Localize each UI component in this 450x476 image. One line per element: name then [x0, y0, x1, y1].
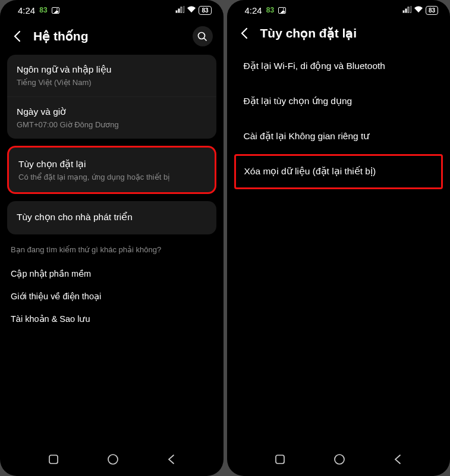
- status-bar: 4:24 83 83: [0, 0, 224, 20]
- wifi-icon: [187, 5, 196, 15]
- svg-point-4: [335, 455, 344, 464]
- signal-icon: [402, 5, 411, 15]
- picture-icon: [52, 7, 59, 14]
- back-button[interactable]: [11, 30, 24, 42]
- phone-screen-2: 4:24 83 83 Tùy chọn đặt lại Đặt lại Wi-F…: [227, 0, 451, 476]
- reset-option-erase-all[interactable]: Xóa mọi dữ liệu (đặt lại thiết bị): [234, 154, 443, 189]
- related-links: Cập nhật phần mềm Giới thiệu về điện tho…: [7, 262, 216, 330]
- nav-recents-icon[interactable]: [275, 454, 285, 467]
- navigation-bar: [227, 449, 451, 476]
- svg-rect-1: [49, 455, 58, 464]
- signal-icon: [175, 5, 184, 15]
- settings-group-1: Ngôn ngữ và nhập liệu Tiếng Việt (Việt N…: [7, 55, 216, 139]
- link-account-backup[interactable]: Tài khoản & Sao lưu: [7, 308, 216, 330]
- reset-option-app-prefs[interactable]: Đặt lại tùy chọn ứng dụng: [234, 84, 443, 119]
- nav-back-icon[interactable]: [394, 453, 402, 468]
- settings-row-language[interactable]: Ngôn ngữ và nhập liệu Tiếng Việt (Việt N…: [7, 55, 216, 96]
- header: Hệ thống: [0, 20, 224, 55]
- status-time: 4:24: [18, 5, 35, 15]
- reset-option-wifi-bt[interactable]: Đặt lại Wi-Fi, di động và Bluetooth: [234, 49, 443, 84]
- picture-icon: [278, 7, 286, 14]
- nav-home-icon[interactable]: [107, 453, 119, 468]
- settings-row-reset-options[interactable]: Tùy chọn đặt lại Có thể đặt lại mạng, ứn…: [7, 146, 216, 194]
- back-button[interactable]: [238, 27, 251, 39]
- reset-option-private-space[interactable]: Cài đặt lại Không gian riêng tư: [234, 119, 443, 154]
- navigation-bar: [0, 449, 224, 476]
- wifi-icon: [414, 5, 423, 15]
- page-title: Hệ thống: [33, 29, 183, 43]
- status-tag: 83: [39, 6, 47, 14]
- svg-point-2: [108, 455, 118, 464]
- search-hint-text: Bạn đang tìm kiếm thứ gì khác phải không…: [7, 242, 216, 262]
- nav-recents-icon[interactable]: [48, 454, 59, 467]
- status-bar: 4:24 83 83: [227, 0, 451, 20]
- search-button[interactable]: [193, 26, 213, 46]
- svg-rect-3: [276, 455, 284, 464]
- status-tag: 83: [266, 6, 274, 14]
- settings-row-developer[interactable]: Tùy chọn cho nhà phát triển: [7, 201, 216, 234]
- link-about-phone[interactable]: Giới thiệu về điện thoại: [7, 285, 216, 308]
- battery-indicator: 83: [426, 6, 438, 15]
- nav-back-icon[interactable]: [167, 453, 175, 468]
- status-time: 4:24: [245, 5, 262, 15]
- page-title: Tùy chọn đặt lại: [260, 26, 440, 40]
- nav-home-icon[interactable]: [333, 453, 345, 468]
- battery-indicator: 83: [199, 6, 211, 15]
- phone-screen-1: 4:24 83 83 Hệ thống Ngôn ngữ và: [0, 0, 224, 476]
- header: Tùy chọn đặt lại: [227, 20, 451, 49]
- settings-row-datetime[interactable]: Ngày và giờ GMT+07:00 Giờ Đông Dương: [7, 96, 216, 139]
- link-software-update[interactable]: Cập nhật phần mềm: [7, 262, 216, 285]
